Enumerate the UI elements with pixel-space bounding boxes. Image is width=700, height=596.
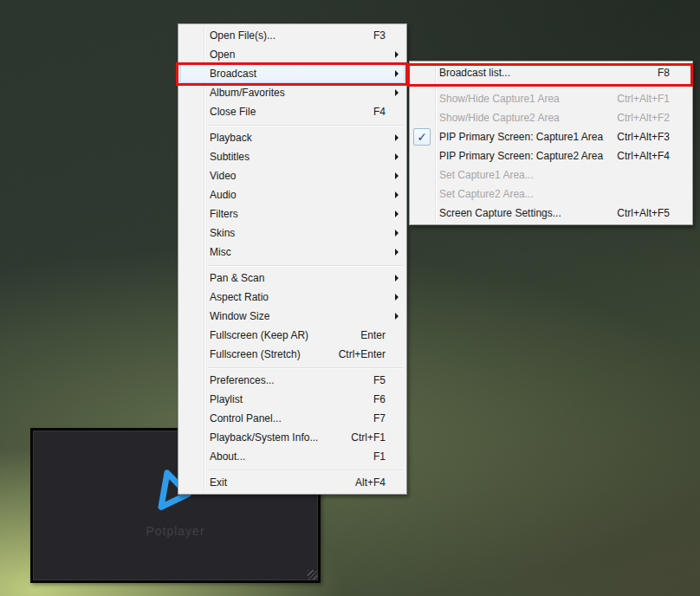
menu-item-control-panel[interactable]: Control Panel...F7: [180, 409, 405, 428]
menu-separator: [208, 265, 403, 266]
menu-item-open[interactable]: Open: [180, 45, 405, 64]
context-menu: Open File(s)...F3OpenBroadcastAlbum/Favo…: [178, 23, 407, 495]
menu-item-show-hide-capture2-area: Show/Hide Capture2 AreaCtrl+Alt+F2: [412, 108, 690, 127]
menu-item-shortcut: F6: [373, 393, 399, 405]
menu-item-shortcut: Ctrl+Alt+F5: [617, 207, 685, 219]
menu-item-screen-capture-settings[interactable]: Screen Capture Settings...Ctrl+Alt+F5: [412, 204, 690, 223]
menu-item-about[interactable]: About...F1: [180, 447, 405, 466]
menu-item-shortcut: Alt+F4: [355, 476, 399, 489]
submenu-arrow-icon: [395, 51, 399, 58]
menu-item-shortcut: Ctrl+F1: [351, 431, 399, 444]
menu-item-broadcast[interactable]: Broadcast: [180, 64, 405, 83]
menu-item-label: Pan & Scan: [210, 272, 264, 284]
menu-item-label: Playback: [210, 132, 252, 144]
menu-item-close-file[interactable]: Close FileF4: [180, 102, 405, 121]
menu-item-shortcut: Enter: [360, 329, 399, 341]
menu-item-label: Close File: [210, 106, 256, 118]
menu-item-album-favorites[interactable]: Album/Favorites: [180, 83, 405, 102]
submenu-arrow-icon: [395, 249, 399, 256]
menu-item-label: Broadcast: [210, 68, 256, 80]
checkmark-icon: ✓: [413, 128, 431, 146]
menu-item-label: Broadcast list...: [439, 67, 510, 79]
menu-item-label: Screen Capture Settings...: [439, 207, 561, 219]
submenu-arrow-icon: [395, 153, 399, 160]
menu-item-label: Set Capture1 Area...: [439, 169, 534, 181]
menu-item-label: Show/Hide Capture1 Area: [439, 93, 560, 105]
menu-item-label: PIP Primary Screen: Capture2 Area: [439, 150, 603, 162]
menu-item-label: Show/Hide Capture2 Area: [439, 112, 560, 124]
menu-item-skins[interactable]: Skins: [180, 224, 405, 243]
menu-item-label: Skins: [210, 227, 235, 239]
menu-item-shortcut: Ctrl+Alt+F1: [617, 93, 685, 105]
menu-item-window-size[interactable]: Window Size: [180, 307, 405, 326]
menu-item-playlist[interactable]: PlaylistF6: [180, 390, 405, 409]
menu-item-label: PIP Primary Screen: Capture1 Area: [439, 131, 603, 143]
menu-item-aspect-ratio[interactable]: Aspect Ratio: [180, 288, 405, 307]
menu-item-label: Set Capture2 Area...: [439, 188, 534, 200]
menu-item-pip-primary-screen-capture2-area[interactable]: PIP Primary Screen: Capture2 AreaCtrl+Al…: [412, 146, 690, 165]
menu-item-pan-scan[interactable]: Pan & Scan: [180, 269, 405, 288]
menu-item-label: Video: [210, 170, 236, 182]
menu-item-shortcut: Ctrl+Alt+F4: [617, 150, 685, 162]
menu-item-subtitles[interactable]: Subtitles: [180, 147, 405, 166]
menu-item-exit[interactable]: ExitAlt+F4: [180, 473, 405, 492]
menu-item-shortcut: F3: [373, 29, 399, 42]
menu-item-shortcut: Ctrl+Enter: [339, 348, 399, 360]
menu-item-label: Open: [210, 49, 235, 61]
menu-item-label: Album/Favorites: [210, 87, 285, 99]
menu-item-playback-system-info[interactable]: Playback/System Info...Ctrl+F1: [180, 428, 405, 447]
menu-item-pip-primary-screen-capture1-area[interactable]: ✓PIP Primary Screen: Capture1 AreaCtrl+A…: [412, 127, 690, 146]
menu-separator: [439, 86, 689, 87]
menu-item-label: Playlist: [210, 393, 243, 405]
potplayer-logo-text: Potplayer: [146, 524, 204, 538]
menu-item-label: Subtitles: [210, 151, 250, 163]
menu-item-label: Open File(s)...: [210, 29, 275, 42]
menu-separator: [208, 367, 403, 368]
menu-item-fullscreen-keep-ar[interactable]: Fullscreen (Keep AR)Enter: [180, 326, 405, 345]
submenu-arrow-icon: [395, 294, 399, 301]
submenu-arrow-icon: [395, 70, 399, 77]
resize-grip[interactable]: [308, 570, 317, 580]
menu-item-shortcut: Ctrl+Alt+F2: [617, 112, 685, 124]
menu-item-label: Fullscreen (Keep AR): [210, 329, 308, 341]
submenu-arrow-icon: [395, 172, 399, 179]
menu-item-misc[interactable]: Misc: [180, 243, 405, 262]
menu-item-playback[interactable]: Playback: [180, 128, 405, 147]
menu-item-fullscreen-stretch[interactable]: Fullscreen (Stretch)Ctrl+Enter: [180, 345, 405, 364]
menu-item-shortcut: F7: [373, 412, 399, 424]
broadcast-submenu: Broadcast list...F8Show/Hide Capture1 Ar…: [409, 61, 693, 225]
menu-item-video[interactable]: Video: [180, 166, 405, 185]
menu-item-label: Exit: [210, 476, 227, 489]
menu-item-label: Window Size: [210, 310, 269, 322]
submenu-arrow-icon: [395, 134, 399, 141]
menu-item-label: Playback/System Info...: [210, 431, 318, 444]
menu-item-label: Control Panel...: [210, 412, 282, 424]
menu-item-set-capture1-area: Set Capture1 Area...: [412, 165, 690, 185]
menu-item-shortcut: F5: [373, 374, 399, 386]
submenu-arrow-icon: [395, 191, 399, 198]
submenu-arrow-icon: [395, 211, 399, 217]
menu-item-label: Fullscreen (Stretch): [210, 348, 301, 360]
menu-item-shortcut: F8: [658, 67, 685, 79]
menu-item-shortcut: F1: [373, 450, 399, 463]
menu-item-filters[interactable]: Filters: [180, 204, 405, 224]
menu-item-broadcast-list[interactable]: Broadcast list...F8: [412, 63, 690, 82]
menu-item-label: Aspect Ratio: [210, 291, 269, 303]
menu-item-label: About...: [210, 450, 245, 463]
menu-item-audio[interactable]: Audio: [180, 185, 405, 204]
menu-separator: [208, 125, 403, 126]
menu-item-label: Preferences...: [210, 374, 275, 386]
submenu-arrow-icon: [395, 313, 399, 320]
menu-item-set-capture2-area: Set Capture2 Area...: [412, 185, 690, 204]
menu-item-preferences[interactable]: Preferences...F5: [180, 371, 405, 390]
submenu-arrow-icon: [395, 275, 399, 282]
menu-separator: [208, 470, 403, 470]
menu-item-show-hide-capture1-area: Show/Hide Capture1 AreaCtrl+Alt+F1: [412, 89, 690, 108]
desktop: Potplayer Open File(s)...F3OpenBroadcast…: [0, 0, 700, 596]
submenu-arrow-icon: [395, 89, 399, 96]
menu-item-label: Filters: [210, 208, 238, 220]
menu-item-shortcut: Ctrl+Alt+F3: [617, 131, 685, 143]
menu-item-label: Misc: [210, 246, 231, 258]
menu-item-open-files[interactable]: Open File(s)...F3: [180, 26, 405, 45]
menu-item-label: Audio: [210, 189, 237, 201]
